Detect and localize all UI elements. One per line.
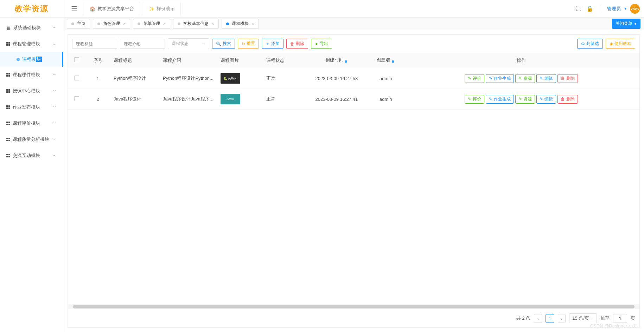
sidebar-item[interactable]: 课程质量分析模块﹀ xyxy=(0,131,63,148)
select-all-checkbox[interactable] xyxy=(74,57,79,62)
gear-icon: ⚙ xyxy=(581,41,585,46)
prev-page-button[interactable]: ‹ xyxy=(534,314,542,323)
tab[interactable]: 课程模块✕ xyxy=(222,19,259,29)
edit-icon: ✎ xyxy=(518,97,522,102)
tab[interactable]: 学校基本信息✕ xyxy=(173,19,219,29)
close-icon[interactable]: ✕ xyxy=(123,22,126,26)
resource-button[interactable]: ✎ 资源 xyxy=(515,95,535,104)
course-image-thumb[interactable]: JAVA xyxy=(221,94,240,104)
svg-rect-15 xyxy=(8,108,10,109)
sidebar-item[interactable]: 授课中心模块﹀ xyxy=(0,83,63,99)
resource-button[interactable]: ✎ 资源 xyxy=(515,74,535,83)
svg-rect-14 xyxy=(6,108,8,109)
col-title[interactable]: 课程标题 xyxy=(110,53,159,68)
tab-dot-icon xyxy=(226,22,229,25)
svg-rect-26 xyxy=(6,156,8,157)
chevron-down-icon: ﹀ xyxy=(52,25,57,31)
header-tab-demo[interactable]: ✨ 样例演示 xyxy=(143,2,181,15)
content-panel: 课程状态 ﹀ 🔍搜索 ↻重置 ＋添加 🗑删除 ➤导出 ⚙列筛选 ◉使用教程 xyxy=(68,34,640,328)
search-button[interactable]: 🔍搜索 xyxy=(212,39,235,49)
col-actions: 操作 xyxy=(403,53,639,68)
reset-button[interactable]: ↻重置 xyxy=(238,39,259,49)
close-icon[interactable]: ✕ xyxy=(211,22,214,26)
evaluate-button[interactable]: ✎ 评价 xyxy=(465,95,484,104)
close-icon[interactable]: ✕ xyxy=(251,22,254,26)
row-checkbox[interactable] xyxy=(74,96,79,101)
sidebar-item-label: 课程质量分析模块 xyxy=(13,136,49,143)
sidebar-item[interactable]: 课程课件模块﹀ xyxy=(0,67,63,83)
col-creator[interactable]: 创建者▲▼ xyxy=(368,53,403,68)
homework-button[interactable]: ✎ 作业生成 xyxy=(486,95,514,104)
chevron-down-icon: ﹀ xyxy=(52,137,57,143)
tutorial-button[interactable]: ◉使用教程 xyxy=(606,39,635,49)
toolbar: 课程状态 ﹀ 🔍搜索 ↻重置 ＋添加 🗑删除 ➤导出 ⚙列筛选 ◉使用教程 xyxy=(68,35,639,53)
svg-rect-18 xyxy=(6,124,8,125)
lock-icon[interactable]: 🔒 xyxy=(586,5,593,12)
export-button[interactable]: ➤导出 xyxy=(311,39,332,49)
filter-title-input[interactable] xyxy=(72,39,117,49)
evaluate-button[interactable]: ✎ 评价 xyxy=(465,74,484,83)
col-created[interactable]: 创建时间▲▼ xyxy=(305,53,368,68)
nav-menu: ▦系统基础模块﹀课程管理模块︿❁课程模块课程课件模块﹀授课中心模块﹀作业发布模块… xyxy=(0,18,63,332)
col-status[interactable]: 课程状态 xyxy=(263,53,305,68)
course-image-thumb[interactable]: 🐍 python xyxy=(221,73,240,84)
edit-icon: ✎ xyxy=(489,97,492,102)
cell-title: Python程序设计 xyxy=(110,68,159,89)
next-page-button[interactable]: › xyxy=(558,314,566,323)
delete-button[interactable]: 🗑删除 xyxy=(286,39,308,49)
fullscreen-icon[interactable]: ⛶ xyxy=(576,6,581,12)
grid-icon xyxy=(6,72,10,78)
filter-intro-input[interactable] xyxy=(120,39,165,49)
header-icons: ⛶ 🔒 xyxy=(576,5,599,12)
chevron-down-icon: ▼ xyxy=(624,7,627,11)
tab[interactable]: 菜单管理✕ xyxy=(133,19,170,29)
grid-icon xyxy=(6,153,10,158)
row-delete-button[interactable]: 🗑 删除 xyxy=(557,95,578,104)
row-delete-button[interactable]: 🗑 删除 xyxy=(557,74,578,83)
cell-created: 2023-03-09 16:27:58 xyxy=(305,68,368,89)
header-tab-platform[interactable]: 🏠 教学资源共享平台 xyxy=(84,2,140,15)
svg-rect-12 xyxy=(6,105,8,107)
svg-rect-9 xyxy=(8,89,10,91)
close-icon[interactable]: ✕ xyxy=(163,22,166,26)
grid-icon xyxy=(6,121,10,126)
col-seq[interactable]: 序号 xyxy=(85,53,110,68)
svg-rect-13 xyxy=(8,105,10,107)
menu-toggle-icon[interactable]: ☰ xyxy=(68,5,81,13)
per-page-select[interactable]: 15 条/页﹀ xyxy=(569,313,597,323)
filter-status-select[interactable]: 课程状态 ﹀ xyxy=(168,38,209,49)
horizontal-scrollbar[interactable] xyxy=(68,304,639,309)
jump-page-input[interactable] xyxy=(613,314,627,323)
sidebar-item[interactable]: ▦系统基础模块﹀ xyxy=(0,20,63,36)
col-image[interactable]: 课程图片 xyxy=(217,53,263,68)
svg-rect-17 xyxy=(8,122,10,123)
cell-image: JAVA xyxy=(217,89,263,110)
homework-button[interactable]: ✎ 作业生成 xyxy=(486,74,514,83)
edit-button[interactable]: ✎ 编辑 xyxy=(536,95,556,104)
send-icon: ➤ xyxy=(315,41,318,46)
user-name: 管理员 xyxy=(607,6,621,12)
close-menu-button[interactable]: 关闭菜单▼ xyxy=(612,19,640,29)
sidebar-subitem-course-module[interactable]: ❁课程模块 xyxy=(0,52,63,67)
sidebar-item[interactable]: 课程管理模块︿ xyxy=(0,36,63,52)
dashboard-icon: ▦ xyxy=(6,25,11,31)
tab-dot-icon xyxy=(71,22,74,25)
sidebar-item[interactable]: 课程评价模块﹀ xyxy=(0,115,63,131)
tab[interactable]: 角色管理✕ xyxy=(93,19,130,29)
columns-button[interactable]: ⚙列筛选 xyxy=(577,39,603,49)
svg-rect-25 xyxy=(8,154,10,155)
svg-rect-0 xyxy=(6,42,8,44)
user-menu[interactable]: 管理员 ▼ JAVA xyxy=(602,4,640,14)
tab-label: 菜单管理 xyxy=(143,21,160,27)
row-checkbox[interactable] xyxy=(74,76,79,80)
add-button[interactable]: ＋添加 xyxy=(262,39,283,49)
sidebar-item[interactable]: 作业发布模块﹀ xyxy=(0,99,63,115)
edit-button[interactable]: ✎ 编辑 xyxy=(536,74,556,83)
scrollbar-thumb[interactable] xyxy=(73,305,635,308)
col-intro[interactable]: 课程介绍 xyxy=(159,53,217,68)
cell-creator: admin xyxy=(368,89,403,110)
trash-icon: 🗑 xyxy=(290,41,294,46)
tab[interactable]: 主页 xyxy=(67,19,90,29)
sidebar-item[interactable]: 交流互动模块﹀ xyxy=(0,148,63,164)
page-number[interactable]: 1 xyxy=(546,314,554,323)
